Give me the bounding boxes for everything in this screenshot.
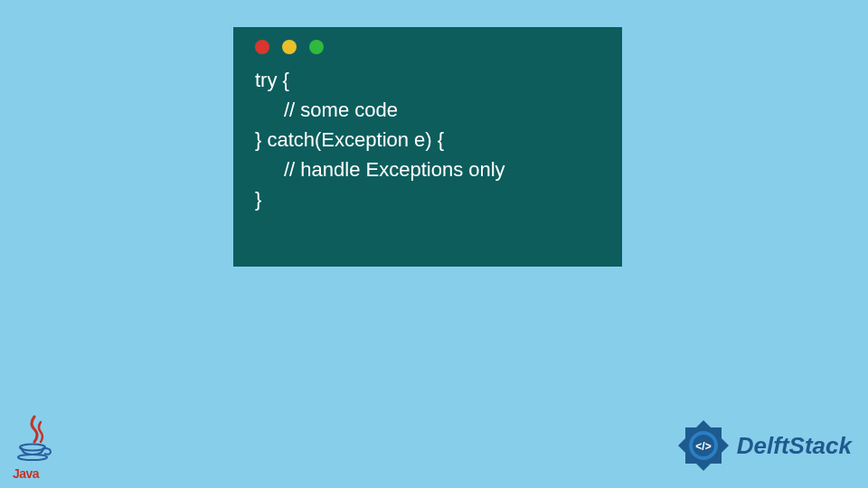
code-content: try { // some code } catch(Exception e) … — [233, 61, 622, 229]
code-line-2: // some code — [255, 95, 600, 125]
code-window: try { // some code } catch(Exception e) … — [233, 27, 622, 267]
window-close-dot — [255, 40, 269, 54]
delftstack-badge-icon: </> — [675, 418, 731, 474]
window-maximize-dot — [309, 40, 324, 54]
window-minimize-dot — [282, 40, 297, 54]
java-logo-text: Java — [13, 466, 39, 481]
svg-point-1 — [18, 455, 47, 460]
delftstack-logo: </> DelftStack — [675, 418, 852, 474]
code-line-1: try { — [255, 65, 600, 95]
window-controls — [233, 27, 622, 61]
java-cup-icon — [16, 415, 52, 465]
svg-point-0 — [20, 445, 45, 451]
code-line-3: } catch(Exception e) { — [255, 125, 600, 155]
delftstack-logo-text: DelftStack — [737, 432, 852, 460]
code-line-5: } — [255, 184, 600, 214]
code-line-4: // handle Exceptions only — [255, 155, 600, 184]
svg-text:</>: </> — [695, 440, 711, 453]
java-logo: Java — [13, 413, 60, 481]
